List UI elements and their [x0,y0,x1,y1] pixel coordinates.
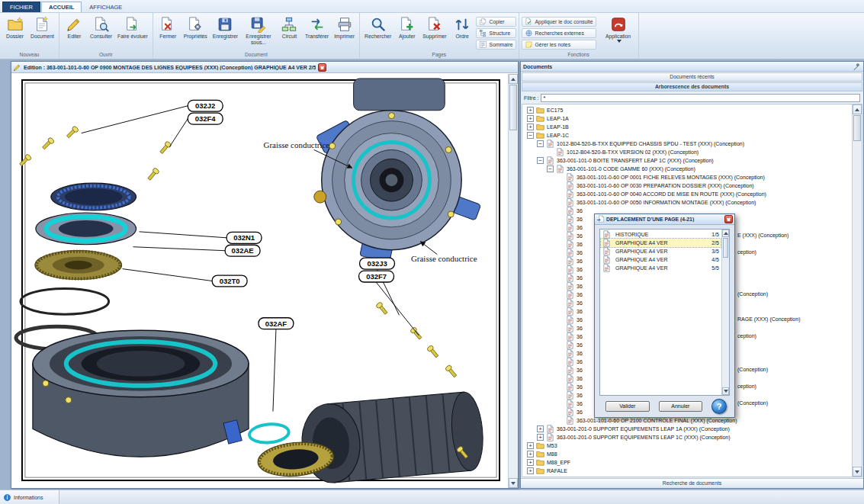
expand-toggle[interactable]: + [537,425,544,432]
application-button[interactable]: Application [601,14,636,49]
enregistrer-button[interactable]: Enregistrer [210,14,240,49]
transferer-button[interactable]: Transférer [303,14,331,49]
expand-toggle[interactable]: + [527,124,534,130]
dialog-page-item[interactable]: GRAPHIQUE A4 VER5/5 [601,264,721,272]
tree-item-label: 36 [577,342,583,348]
tree-item[interactable]: 363-001-101-0-60 OP 0001 FICHE RELEVES M… [522,173,852,181]
recherche-documents-bar[interactable]: Recherche de documents [521,478,863,488]
imprimer-button[interactable]: Imprimer [332,14,357,49]
dialog-close-button[interactable] [724,215,733,223]
tree-item[interactable]: +M88 [522,450,852,458]
structure-button[interactable]: Structure [476,28,516,38]
dialog-page-item[interactable]: GRAPHIQUE A4 VER3/5 [601,247,721,255]
filter-input[interactable] [541,94,860,102]
tree-scroll-up-button[interactable] [853,104,862,114]
dialog-page-item[interactable]: GRAPHIQUE A4 VER2/5 [601,239,721,247]
tab-fichier[interactable]: FICHIER [2,2,40,12]
add-page-icon [399,16,416,33]
tree-item-label: 36 [577,267,583,272]
tree-item[interactable]: +363-001-201-0 SUPPORT EQUIPEMENTS LEAP … [522,433,852,441]
gerer-notes-button[interactable]: Gérer les notes [522,40,596,50]
tree-item[interactable]: +RAFALE [522,467,852,475]
svg-text:032F4: 032F4 [195,114,217,123]
dialog-page-item[interactable]: GRAPHIQUE A4 VER4/5 [601,255,721,264]
ajouter-button[interactable]: Ajouter [394,14,419,49]
appliquer-doc-button[interactable]: Appliquer le doc consulté [522,17,596,27]
help-button[interactable]: ? [711,399,727,414]
recherches-externes-button[interactable]: Recherches externes [522,28,596,38]
collapse-toggle[interactable]: − [547,165,554,172]
faire-evoluer-button[interactable]: Faire évoluer [115,14,150,49]
dialog-list-scrollbar [721,230,729,395]
dialog-titlebar[interactable]: DEPLACEMENT D'UNE PAGE (4-21) [595,214,734,225]
document-window-titlebar[interactable]: Edition : 363-001-101-0-60 OP 0900 MONTA… [11,62,518,73]
expand-toggle[interactable]: + [527,115,534,122]
tab-accueil[interactable]: ACCUEIL [41,2,82,12]
collapse-toggle[interactable]: − [537,140,544,147]
tree-item-label: 363-001-101-0-60 OP 0040 ACCORD DE MISE … [577,191,766,197]
expand-toggle[interactable]: + [537,434,544,441]
dossier-button[interactable]: Dossier [2,14,27,49]
tree-item[interactable]: +M53 [522,441,852,450]
collapse-toggle[interactable]: − [537,157,544,164]
document-icon [566,198,574,207]
tree-item-label: 36 [577,409,583,415]
tree-item[interactable]: 1012-B04-520-B-TXX VERSION 02 (XXX) (Con… [522,148,852,156]
tree-item[interactable]: −363-001-101-0 CODE GAMME 60 (XXX) (Conc… [522,165,852,173]
pin-icon[interactable] [853,63,861,71]
copier-button[interactable]: Copier [476,17,516,27]
sommaire-button[interactable]: Sommaire [476,40,516,50]
expand-toggle[interactable]: + [527,467,534,474]
drawing-canvas[interactable]: 032J2 032F4 032N1 032AE 032T0 032J3 032F… [11,74,508,488]
scroll-up-button[interactable] [509,74,518,84]
editer-button[interactable]: Editer [62,14,87,49]
folder-icon [536,458,544,467]
scroll-down-button[interactable] [509,478,518,488]
document-icon [566,316,574,324]
tree-item[interactable]: +363-001-201-0 SUPPORT EQUIPEMENTS LEAP … [522,425,852,433]
tree-item[interactable]: −LEAP-1C [522,131,852,140]
scroll-thumb[interactable] [509,85,517,130]
arborescence-bar[interactable]: Arborescence des documents [522,82,862,91]
expand-toggle[interactable]: + [527,442,534,449]
valider-button[interactable]: Valider [605,401,650,412]
tree-item[interactable]: −363-001-101-0 BOITE TRANSFERT LEAP 1C (… [522,156,852,165]
sommaire-label: Sommaire [490,42,513,47]
tree-item[interactable]: 363-001-101-0-60 OP 0040 ACCORD DE MISE … [522,190,852,198]
document-magnifier-icon [93,16,110,33]
document-close-button[interactable] [318,63,326,72]
consulter-button[interactable]: Consulter [88,14,114,49]
enregistrer-sous-button[interactable]: Enregistrer sous... [241,14,276,49]
tree-item[interactable]: 363-001-101-0-60 OP 0030 PREPARATION DOS… [522,181,852,190]
svg-text:032AE: 032AE [232,246,254,255]
expand-toggle[interactable]: + [527,107,534,114]
dialog-scroll-up-button[interactable] [722,230,729,237]
document-button[interactable]: Document [28,14,56,49]
tree-scroll-thumb[interactable] [853,115,861,141]
dialog-scroll-thumb[interactable] [723,238,728,258]
fermer-button[interactable]: Fermer [156,14,181,49]
expand-toggle[interactable]: + [527,451,534,457]
annuler-button[interactable]: Annuler [659,401,703,412]
tree-item[interactable]: +M88_EPF [522,458,852,467]
tree-item[interactable]: +LEAP-1B [522,123,852,131]
collapse-toggle[interactable]: − [527,132,534,139]
supprimer-button[interactable]: Supprimer [420,14,448,49]
tree-item[interactable]: −1012-B04-520-B-TXX EQUIPPED CHASSIS SPD… [522,140,852,148]
expand-toggle[interactable]: + [527,459,534,466]
tree-scroll-down-button[interactable] [853,467,862,477]
dialog-page-item[interactable]: HISTORIQUE1/5 [601,230,721,239]
tree-item[interactable]: +LEAP-1A [522,114,852,123]
tree-item[interactable]: 363-001-101-0-60 OP 0050 INFORMATION MON… [522,198,852,207]
tree-item-label: 36 [577,250,583,255]
circuit-button[interactable]: Circuit [277,14,302,49]
ordre-button[interactable]: Ordre [450,14,475,49]
rechercher-button[interactable]: Rechercher [362,14,393,49]
proprietes-button[interactable]: Propriétés [181,14,210,49]
documents-recents-bar[interactable]: Documents récents [522,72,862,82]
dialog-scroll-down-button[interactable] [722,387,729,395]
tree-item[interactable]: +EC175 [522,106,852,114]
tab-affichage[interactable]: AFFICHAGE [82,2,129,12]
page-icon [602,264,611,272]
document-icon [566,358,574,366]
